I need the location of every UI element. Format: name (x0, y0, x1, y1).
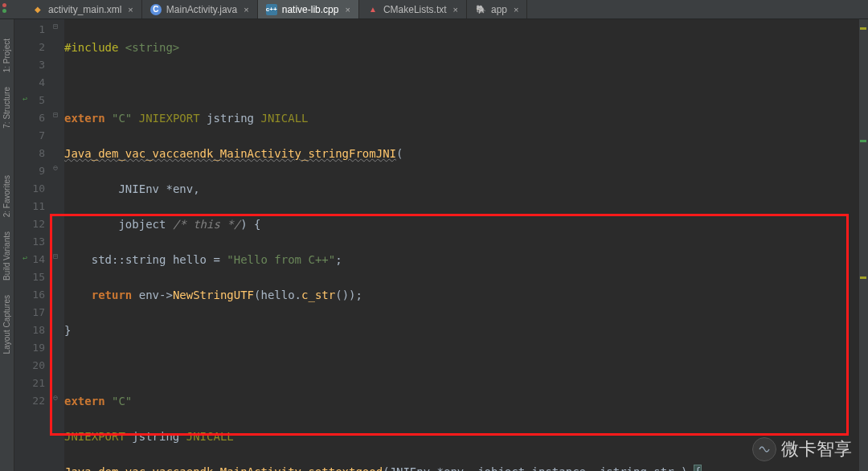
macro: JNICALL (261, 112, 309, 125)
fold-end[interactable]: ⊖ (53, 393, 58, 402)
type: jstring (207, 112, 254, 125)
macro: JNIEXPORT (139, 112, 200, 125)
fold-end[interactable]: ⊖ (53, 163, 58, 172)
tab-label: CMakeLists.txt (383, 4, 447, 15)
type: JNIEnv * (118, 182, 172, 195)
tab-label: app (491, 4, 507, 15)
text: ()); (335, 289, 362, 301)
scroll-marker-warning[interactable] (860, 27, 866, 30)
fold-toggle[interactable]: ⊟ (53, 252, 58, 260)
kw: extern (64, 395, 105, 408)
params: (JNIEnv *env, jobject instance, jstring … (383, 465, 687, 471)
watermark-text: 微卡智享 (781, 437, 852, 461)
string-literal: "Hello from C++" (227, 253, 335, 266)
close-icon[interactable]: × (453, 5, 458, 14)
call: NewStringUTF (173, 289, 254, 301)
semi: ; (335, 253, 342, 266)
close-icon[interactable]: × (345, 5, 350, 14)
fold-toggle[interactable]: ⊟ (53, 110, 58, 119)
java-icon: C (150, 4, 162, 15)
close-icon[interactable]: × (244, 5, 248, 14)
watermark: 微卡智享 (752, 437, 852, 461)
comment: /* this */ (173, 218, 240, 231)
tab-app[interactable]: 🐘 app × (467, 0, 527, 18)
main-area: 1: Project 7: Structure 2: Favorites Bui… (0, 19, 868, 471)
text: hello = (166, 253, 227, 266)
param: env (173, 182, 193, 195)
function-name: Java_dem_vac_vaccaendk_MainActivity_stri… (64, 147, 396, 160)
brace: } (64, 324, 71, 337)
tab-label: MainActivity.java (166, 4, 237, 15)
sidebar-structure[interactable]: 7: Structure (1, 84, 13, 132)
function-name: Java_dem_vac_vaccaendk_MainActivity_sett… (64, 465, 383, 471)
type: jstring (132, 430, 179, 443)
code-editor[interactable]: #include <string> extern "C" JNIEXPORT j… (64, 19, 868, 471)
line-number-gutter: 1234 5678 9101112 13141516 17181920 2122 (14, 19, 53, 471)
tab-cmakelists[interactable]: ▲ CMakeLists.txt × (359, 0, 467, 18)
fold-toggle[interactable]: ⊟ (53, 22, 58, 31)
tab-label: native-lib.cpp (282, 4, 339, 15)
text: (hello. (254, 289, 301, 301)
app-icon: 🐘 (475, 4, 486, 15)
editor-tabs: ◆ activity_main.xml × C MainActivity.jav… (0, 0, 868, 19)
close-icon[interactable]: × (128, 5, 133, 14)
tab-native-lib[interactable]: c++ native-lib.cpp × (258, 0, 359, 18)
cmake-icon: ▲ (367, 4, 379, 15)
close-icon[interactable]: × (514, 5, 518, 14)
xml-icon: ◆ (32, 4, 43, 15)
ns: std:: (92, 253, 125, 266)
cpp-icon: c++ (266, 4, 277, 15)
macro: JNICALL (186, 430, 234, 443)
kw: return (92, 289, 133, 301)
sidebar-favorites[interactable]: 2: Favorites (1, 172, 13, 220)
linkage: "C" (112, 112, 132, 125)
kw: extern (64, 112, 105, 125)
brace-open: { (694, 465, 701, 471)
sidebar-build-variants[interactable]: Build Variants (1, 228, 13, 284)
text: env-> (132, 289, 173, 301)
comma: , (193, 182, 199, 195)
sidebar-project[interactable]: 1: Project (1, 35, 13, 76)
type: jobject (118, 218, 166, 231)
tab-label: activity_main.xml (48, 4, 121, 15)
scroll-marker-warning[interactable] (860, 276, 866, 279)
fold-gutter: ⊟ ↩ ⊟ ⊖ ↩ ⊟ ⊖ (53, 19, 64, 471)
sidebar-layout-captures[interactable]: Layout Captures (1, 292, 13, 357)
macro: JNIEXPORT (64, 430, 125, 443)
watermark-logo-icon (752, 437, 776, 461)
inline-hint-icon: ↩ (23, 253, 27, 262)
tool-window-bar: 1: Project 7: Structure 2: Favorites Bui… (0, 19, 14, 471)
tab-main-activity[interactable]: C MainActivity.java × (142, 0, 258, 18)
call: c_str (301, 289, 335, 301)
paren: ( (396, 147, 403, 160)
scroll-marker-ok[interactable] (860, 140, 866, 142)
preproc: #include (64, 41, 125, 54)
type: string (125, 253, 166, 266)
editor-scrollbar[interactable] (858, 19, 868, 471)
tab-activity-main[interactable]: ◆ activity_main.xml × (24, 0, 142, 18)
linkage: "C" (112, 395, 132, 408)
inline-hint-icon: ↩ (23, 94, 27, 103)
brace: ) { (240, 218, 260, 231)
include-target: <string> (125, 41, 179, 54)
